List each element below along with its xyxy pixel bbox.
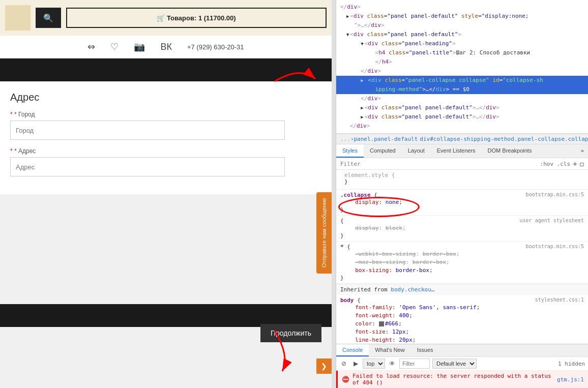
console-clear-button[interactable]: ⊘ <box>339 359 348 368</box>
orange-tab-label: Отправьте нам сообщение <box>321 198 327 267</box>
dom-line[interactable]: <h4 class="panel-title">Шаг 2: Способ до… <box>336 48 588 57</box>
css-prop-display: display: none; <box>340 198 584 206</box>
orange-arrow-icon: ❯ <box>321 362 327 370</box>
css-prop-display-strikethrough: display: block; <box>340 224 584 232</box>
console-eye-button[interactable]: 👁 <box>388 359 397 368</box>
city-input[interactable] <box>10 121 285 140</box>
header-bar: 🔍 🛒 Товаров: 1 (11700.00) <box>0 0 332 36</box>
filter-new-rule[interactable]: ◻ <box>580 160 584 168</box>
dom-line[interactable]: </div> <box>336 67 588 76</box>
tab-more[interactable]: » <box>576 144 588 158</box>
dom-line[interactable]: </div> <box>336 122 588 131</box>
search-button[interactable]: 🔍 <box>36 8 61 28</box>
tab-layout[interactable]: Layout <box>402 144 431 158</box>
css-rule-source-stylesheet[interactable]: stylesheet.css:1 <box>535 297 584 303</box>
breadcrumb-ellipsis: ... <box>340 136 350 142</box>
left-panel: 🔍 🛒 Товаров: 1 (11700.00) ⇔ ♡ 📷 ВК +7 (9… <box>0 0 332 388</box>
css-prop-box-sizing: box-sizing: border-box; <box>340 266 584 275</box>
element-style-label: element.style { <box>340 170 399 178</box>
console-tab-whats-new[interactable]: What's New <box>369 344 410 356</box>
nav-instagram-icon[interactable]: 📷 <box>134 41 145 52</box>
logo <box>5 5 31 31</box>
css-rule-element-style: element.style { } <box>336 170 588 190</box>
filter-input[interactable] <box>340 161 538 167</box>
css-rule-source-bootstrap2[interactable]: bootstrap.min.css:5 <box>526 244 584 249</box>
error-text: Failed to load resource: the server resp… <box>352 373 554 386</box>
css-rule-user-agent: user agent stylesheet { display: block; … <box>336 216 588 242</box>
css-prop-font-weight: font-weight: 400; <box>340 312 584 320</box>
breadcrumb-panel[interactable]: ›panel.panel-default <box>350 136 418 142</box>
breadcrumb-current[interactable]: div#collapse-shipping-method.panel-colla… <box>420 136 588 142</box>
dom-line[interactable]: </h4> <box>336 57 588 67</box>
city-field-group: * * Город <box>10 111 321 140</box>
console-tab-issues[interactable]: Issues <box>411 344 439 356</box>
dom-line[interactable]: ▶<div class="panel panel-default">…</div… <box>336 103 588 112</box>
content-area: Адрес * * Город * * Адрес <box>0 81 332 194</box>
tab-styles[interactable]: Styles <box>336 144 364 158</box>
breadcrumb-bar: ... ›panel.panel-default div#collapse-sh… <box>336 134 588 144</box>
console-tab-console[interactable]: Console <box>336 344 369 356</box>
css-rule-collapse: bootstrap.min.css:5 .collapse { display:… <box>336 190 588 216</box>
dom-tree[interactable]: </div> ▶<div class="panel panel-default"… <box>336 0 588 134</box>
cart-button[interactable]: 🛒 Товаров: 1 (11700.00) <box>66 8 327 28</box>
console-top-select[interactable]: top <box>363 359 385 369</box>
nav-bar: ⇔ ♡ 📷 ВК +7 (929) 630-20-31 <box>0 36 332 58</box>
inherited-header: Inherited from body.checkou… <box>336 284 588 295</box>
dom-line-selected-cont[interactable]: ipping-method">…</div> == $0 <box>336 85 588 94</box>
styles-tabs: Styles Computed Layout Event Listeners D… <box>336 144 588 158</box>
address-required-star: * <box>10 147 14 155</box>
console-run-button[interactable]: ▶ <box>351 359 360 368</box>
dom-line[interactable]: </div> <box>336 94 588 103</box>
console-area: Console What's New Issues ⊘ ▶ top 👁 Defa… <box>336 344 588 388</box>
css-prop-color: color: #666; <box>340 320 584 328</box>
dom-line-selected[interactable]: ▶ <div class="panel-collapse collapse" i… <box>336 76 588 85</box>
orange-arrow-button[interactable]: ❯ <box>316 359 332 374</box>
search-icon: 🔍 <box>43 13 53 23</box>
css-prop-line-height: line-height: 20px; <box>340 336 584 344</box>
tab-event-listeners[interactable]: Event Listeners <box>431 144 482 158</box>
css-rules-panel: element.style { } bootstrap.min.css:5 .c… <box>336 170 588 344</box>
console-filter-input[interactable] <box>399 359 430 369</box>
filter-plus[interactable]: + <box>573 160 577 168</box>
continue-button[interactable]: Продолжить <box>260 324 321 342</box>
inherited-link[interactable]: body.checkou… <box>391 286 434 293</box>
city-label: * * Город <box>10 111 321 118</box>
section-title: Адрес <box>10 92 321 103</box>
css-rule-universal: bootstrap.min.css:5 * { -webkit-box-sizi… <box>336 242 588 284</box>
css-prop-font-family: font-family: 'Open Sans', sans-serif; <box>340 304 584 312</box>
error-icon: ⛔ <box>342 376 349 383</box>
dom-line[interactable]: ">…</div> <box>336 21 588 30</box>
dom-line[interactable]: ▶<div class="panel panel-default">…</div… <box>336 112 588 122</box>
dark-top-section <box>0 58 332 81</box>
css-rule-source-user-agent: user agent stylesheet <box>520 218 584 223</box>
city-required-star: * <box>10 111 14 118</box>
panel-divider <box>332 0 336 388</box>
nav-phone: +7 (929) 630-20-31 <box>187 43 244 51</box>
console-tabs: Console What's New Issues <box>336 344 588 357</box>
css-prop-moz-box-sizing: -moz-box-sizing: border-box; <box>340 258 584 266</box>
address-field-group: * * Адрес <box>10 147 321 176</box>
cart-label: 🛒 Товаров: 1 (11700.00) <box>157 14 236 22</box>
console-toolbar: ⊘ ▶ top 👁 Default leve 1 hidden <box>336 357 588 371</box>
console-level-select[interactable]: Default leve <box>432 359 477 369</box>
nav-heart-icon[interactable]: ♡ <box>110 41 119 52</box>
css-prop-font-size: font-size: 12px; <box>340 328 584 336</box>
css-rule-body: stylesheet.css:1 body { font-family: 'Op… <box>336 295 588 344</box>
console-error-line: ⛔ Failed to load resource: the server re… <box>336 371 588 388</box>
error-source-link[interactable]: gtm.js:1 <box>557 376 584 383</box>
dom-line[interactable]: ▼<div class="panel panel-default"> <box>336 30 588 39</box>
orange-message-tab[interactable]: Отправьте нам сообщение <box>316 192 332 274</box>
nav-vk-icon[interactable]: ВК <box>160 42 172 52</box>
tab-computed[interactable]: Computed <box>364 144 402 158</box>
css-prop-webkit-box-sizing: -webkit-box-sizing: border-box; <box>340 250 584 258</box>
nav-exchange-icon[interactable]: ⇔ <box>87 41 95 52</box>
css-rule-source-bootstrap[interactable]: bootstrap.min.css:5 <box>526 192 584 197</box>
filter-hov-cls[interactable]: :hov .cls <box>540 161 571 167</box>
dom-line[interactable]: ▶<div class="panel panel-default" style=… <box>336 12 588 21</box>
dom-line[interactable]: </div> <box>336 3 588 12</box>
filter-bar: :hov .cls + ◻ <box>336 158 588 170</box>
console-hidden-count: 1 hidden <box>558 361 585 367</box>
tab-dom-breakpoints[interactable]: DOM Breakpoints <box>482 144 538 158</box>
address-input[interactable] <box>10 157 285 176</box>
dom-line[interactable]: ▼<div class="panel-heading"> <box>336 39 588 48</box>
